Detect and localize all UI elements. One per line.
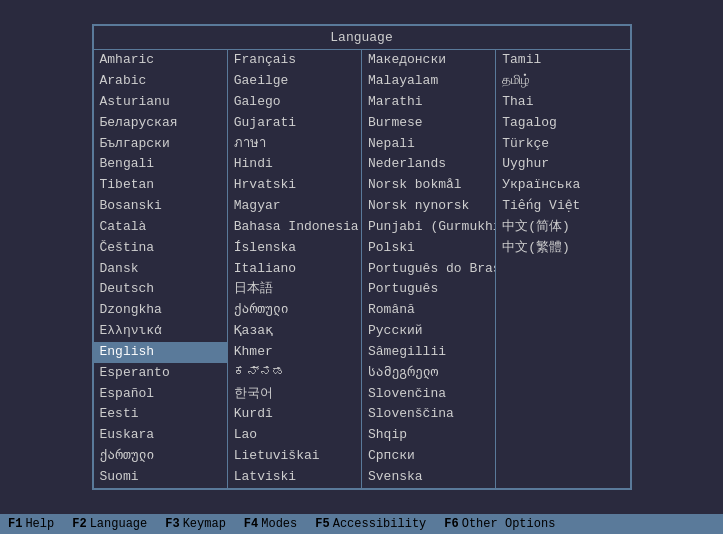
footer-key: F3 <box>165 517 179 531</box>
lang-item-türkçe[interactable]: Türkçe <box>496 134 629 155</box>
lang-item-kurdî[interactable]: Kurdî <box>228 404 361 425</box>
lang-item-amharic[interactable]: Amharic <box>94 50 227 71</box>
lang-item-euskara[interactable]: Euskara <box>94 425 227 446</box>
lang-item-latviski[interactable]: Latviski <box>228 467 361 488</box>
language-dialog: Language AmharicArabicAsturianuБеларуска… <box>92 24 632 490</box>
lang-item-nederlands[interactable]: Nederlands <box>362 154 495 175</box>
lang-item-македонски[interactable]: Македонски <box>362 50 495 71</box>
footer-key: F2 <box>72 517 86 531</box>
lang-item-српски[interactable]: Српски <box>362 446 495 467</box>
lang-item-bosanski[interactable]: Bosanski <box>94 196 227 217</box>
footer-label: Other Options <box>462 517 556 531</box>
lang-item-malayalam[interactable]: Malayalam <box>362 71 495 92</box>
lang-item-ქართული[interactable]: ქართული <box>94 446 227 467</box>
lang-item-bengali[interactable]: Bengali <box>94 154 227 175</box>
lang-item-polski[interactable]: Polski <box>362 238 495 259</box>
lang-item-čeština[interactable]: Čeština <box>94 238 227 259</box>
lang-item-esperanto[interactable]: Esperanto <box>94 363 227 384</box>
lang-item-eesti[interactable]: Eesti <box>94 404 227 425</box>
footer-item-modes[interactable]: F4Modes <box>244 517 297 531</box>
footer-item-accessibility[interactable]: F5Accessibility <box>315 517 426 531</box>
lang-item-română[interactable]: Română <box>362 300 495 321</box>
lang-item-tagalog[interactable]: Tagalog <box>496 113 629 134</box>
lang-item-қазақ[interactable]: Қазақ <box>228 321 361 342</box>
lang-item-tibetan[interactable]: Tibetan <box>94 175 227 196</box>
lang-item-català[interactable]: Català <box>94 217 227 238</box>
lang-item-galego[interactable]: Galego <box>228 92 361 113</box>
column-2: МакедонскиMalayalamMarathiBurmeseNepaliN… <box>362 50 496 488</box>
lang-item-norsk-bokmål[interactable]: Norsk bokmål <box>362 175 495 196</box>
lang-item-slovenčina[interactable]: Slovenčina <box>362 384 495 405</box>
lang-item-gaeilge[interactable]: Gaeilge <box>228 71 361 92</box>
footer-item-other options[interactable]: F6Other Options <box>444 517 555 531</box>
lang-item-tiếng-việt[interactable]: Tiếng Việt <box>496 196 629 217</box>
lang-item-беларуская[interactable]: Беларуская <box>94 113 227 134</box>
lang-item-українська[interactable]: Українська <box>496 175 629 196</box>
lang-item-lietuviškai[interactable]: Lietuviškai <box>228 446 361 467</box>
column-3: Tamilதமிழ்ThaiTagalogTürkçeUyghurУкраїнс… <box>496 50 629 488</box>
lang-item-gujarati[interactable]: Gujarati <box>228 113 361 134</box>
columns-wrapper: AmharicArabicAsturianuБеларускаяБългарск… <box>94 50 630 488</box>
lang-item-bahasa-indonesia[interactable]: Bahasa Indonesia <box>228 217 361 238</box>
lang-item-italiano[interactable]: Italiano <box>228 259 361 280</box>
footer-label: Modes <box>261 517 297 531</box>
lang-item-íslenska[interactable]: Íslenska <box>228 238 361 259</box>
lang-item-slovenščina[interactable]: Slovenščina <box>362 404 495 425</box>
lang-item-deutsch[interactable]: Deutsch <box>94 279 227 300</box>
lang-item-punjabi-(gurmukhi)[interactable]: Punjabi (Gurmukhi) <box>362 217 495 238</box>
footer-label: Accessibility <box>333 517 427 531</box>
lang-item-tamil[interactable]: Tamil <box>496 50 629 71</box>
lang-item-thai[interactable]: Thai <box>496 92 629 113</box>
footer-label: Keymap <box>183 517 226 531</box>
lang-item-日本語[interactable]: 日本語 <box>228 279 361 300</box>
lang-item-한국어[interactable]: 한국어 <box>228 384 361 405</box>
lang-item-français[interactable]: Français <box>228 50 361 71</box>
lang-item-dansk[interactable]: Dansk <box>94 259 227 280</box>
lang-item-ქართული[interactable]: ქართული <box>228 300 361 321</box>
lang-item-български[interactable]: Български <box>94 134 227 155</box>
footer-item-help[interactable]: F1Help <box>8 517 54 531</box>
lang-item-தமிழ்[interactable]: தமிழ் <box>496 71 629 92</box>
lang-item-sâmegillii[interactable]: Sâmegillii <box>362 342 495 363</box>
lang-item-suomi[interactable]: Suomi <box>94 467 227 488</box>
lang-item-marathi[interactable]: Marathi <box>362 92 495 113</box>
lang-item-русский[interactable]: Русский <box>362 321 495 342</box>
lang-item-dzongkha[interactable]: Dzongkha <box>94 300 227 321</box>
lang-item-asturianu[interactable]: Asturianu <box>94 92 227 113</box>
lang-item-magyar[interactable]: Magyar <box>228 196 361 217</box>
lang-item-hindi[interactable]: Hindi <box>228 154 361 175</box>
lang-item-lao[interactable]: Lao <box>228 425 361 446</box>
lang-item-中文(繁體)[interactable]: 中文(繁體) <box>496 238 629 259</box>
lang-item-shqip[interactable]: Shqip <box>362 425 495 446</box>
lang-item-中文(简体)[interactable]: 中文(简体) <box>496 217 629 238</box>
footer-bar: F1HelpF2LanguageF3KeymapF4ModesF5Accessi… <box>0 514 723 534</box>
lang-item-khmer[interactable]: Khmer <box>228 342 361 363</box>
footer-key: F1 <box>8 517 22 531</box>
lang-item-english[interactable]: English <box>94 342 227 363</box>
lang-item-uyghur[interactable]: Uyghur <box>496 154 629 175</box>
footer-label: Language <box>90 517 148 531</box>
footer-item-keymap[interactable]: F3Keymap <box>165 517 226 531</box>
lang-item-empty <box>496 279 629 281</box>
dialog-title: Language <box>94 26 630 50</box>
lang-item-hrvatski[interactable]: Hrvatski <box>228 175 361 196</box>
lang-item-português-do-brasil[interactable]: Português do Brasil <box>362 259 495 280</box>
lang-item-svenska[interactable]: Svenska <box>362 467 495 488</box>
lang-item-ಕನ್ನಡ[interactable]: ಕನ್ನಡ <box>228 363 361 384</box>
lang-item-burmese[interactable]: Burmese <box>362 113 495 134</box>
lang-item-სამეგრელო[interactable]: სამეგრელო <box>362 363 495 384</box>
lang-item-português[interactable]: Português <box>362 279 495 300</box>
lang-item-norsk-nynorsk[interactable]: Norsk nynorsk <box>362 196 495 217</box>
footer-key: F6 <box>444 517 458 531</box>
lang-item-ภาษา[interactable]: ภาษา <box>228 134 361 155</box>
footer-item-language[interactable]: F2Language <box>72 517 147 531</box>
lang-item-arabic[interactable]: Arabic <box>94 71 227 92</box>
column-0: AmharicArabicAsturianuБеларускаяБългарск… <box>94 50 228 488</box>
lang-item-ελληνικά[interactable]: Ελληνικά <box>94 321 227 342</box>
lang-item-español[interactable]: Español <box>94 384 227 405</box>
footer-key: F5 <box>315 517 329 531</box>
column-1: FrançaisGaeilgeGalegoGujaratiภาษาHindiHr… <box>228 50 362 488</box>
lang-item-nepali[interactable]: Nepali <box>362 134 495 155</box>
footer-key: F4 <box>244 517 258 531</box>
background: Language AmharicArabicAsturianuБеларуска… <box>0 0 723 514</box>
